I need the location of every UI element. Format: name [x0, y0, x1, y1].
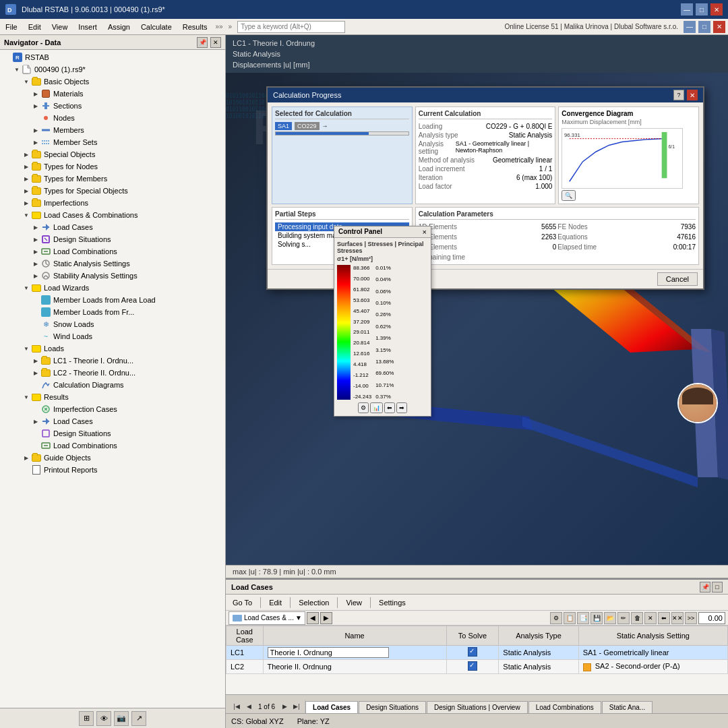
tree-item-load-combinations[interactable]: ▶ Load Combinations: [0, 245, 225, 257]
menu-assign[interactable]: Assign: [102, 22, 135, 32]
cp-btn4[interactable]: ➡: [396, 402, 407, 413]
tree-item-member-loads-fr[interactable]: Member Loads from Fr...: [0, 306, 225, 318]
minimize-button[interactable]: —: [681, 3, 693, 16]
tab-load-cases[interactable]: Load Cases: [305, 701, 358, 713]
close-button[interactable]: ✕: [710, 3, 723, 16]
tree-item-load-cases-combo[interactable]: ▼ Load Cases & Combinations: [0, 209, 225, 221]
win-close-button[interactable]: ✕: [713, 21, 725, 33]
toolbar-selection[interactable]: Selection: [295, 598, 333, 607]
tree-item-lc2[interactable]: ▶ LC2 - Theorie II. Ordnu...: [0, 367, 225, 379]
bottom-panel-pin[interactable]: 📌: [700, 582, 710, 593]
toolbar-icon-5[interactable]: 📂: [604, 612, 616, 624]
page-next-btn[interactable]: ▶: [279, 701, 290, 712]
tree-item-static-analysis-settings[interactable]: ▶ Static Analysis Settings: [0, 257, 225, 270]
tree-item-load-cases-child[interactable]: ▶ Load Cases: [0, 221, 225, 233]
tree-item-guide-objects[interactable]: ▶ Guide Objects: [0, 452, 225, 464]
toolbar-input-value[interactable]: [698, 612, 725, 624]
bottom-panel-max[interactable]: □: [712, 582, 723, 593]
tree-item-stability-settings[interactable]: ▶ Stability Analysis Settings: [0, 270, 225, 282]
calc-dialog-help[interactable]: ?: [673, 90, 684, 100]
navigator-pin-button[interactable]: 📌: [197, 37, 208, 48]
cp-btn2[interactable]: 📊: [370, 402, 383, 413]
win-min-button[interactable]: —: [684, 21, 696, 33]
nav-camera-button[interactable]: 📷: [114, 711, 129, 726]
toolbar-goto[interactable]: Go To: [229, 598, 256, 607]
navigator-close-button[interactable]: ✕: [210, 37, 221, 48]
tree-item-results-design-situations[interactable]: Design Situations: [0, 427, 225, 439]
toolbar-settings[interactable]: Settings: [375, 598, 410, 607]
menu-file[interactable]: File: [0, 22, 23, 32]
tree-item-printout-reports[interactable]: Printout Reports: [0, 464, 225, 476]
tree-item-member-sets[interactable]: ▶ Member Sets: [0, 136, 225, 148]
calc-dialog-close[interactable]: ✕: [687, 90, 698, 100]
tree-item-lc1[interactable]: ▶ LC1 - Theorie I. Ordnu...: [0, 355, 225, 367]
checkbox-lc2[interactable]: [468, 661, 477, 671]
win-max-button[interactable]: □: [698, 21, 710, 33]
tab-load-combinations[interactable]: Load Combinations: [528, 701, 601, 713]
tree-item-calc-diagrams[interactable]: Calculation Diagrams: [0, 379, 225, 391]
table-row[interactable]: LC1 Static Analysis SA1 - Geometrically …: [226, 646, 728, 660]
menu-view[interactable]: View: [47, 22, 73, 32]
tree-item-wind-loads[interactable]: ~ Wind Loads: [0, 330, 225, 342]
tree-item-materials[interactable]: ▶ Materials: [0, 88, 225, 100]
toolbar-icon-4[interactable]: 💾: [590, 612, 603, 624]
nav-arrow-button[interactable]: ↗: [131, 711, 146, 726]
cell-solve2[interactable]: [446, 660, 499, 674]
toolbar-view[interactable]: View: [342, 598, 366, 607]
tree-item-types-nodes[interactable]: ▶ Types for Nodes: [0, 160, 225, 173]
nav-grid-button[interactable]: ⊞: [79, 711, 94, 726]
name-input-1[interactable]: [268, 647, 389, 658]
viewport[interactable]: 0101100101100100101101001010101010101101…: [226, 73, 728, 565]
checkbox-lc1[interactable]: [468, 647, 477, 657]
cell-solve1[interactable]: [446, 646, 499, 660]
toolbar-icon-3[interactable]: 📑: [577, 612, 589, 624]
toolbar-icon-2[interactable]: 📋: [564, 612, 576, 624]
tree-item-results[interactable]: ▼ Results: [0, 391, 225, 403]
toolbar-icon-9[interactable]: ⬅: [658, 612, 670, 624]
page-prev-btn[interactable]: ◀: [243, 701, 254, 712]
toolbar-icon-8[interactable]: ✕: [644, 612, 657, 624]
cp-btn3[interactable]: ⬅: [384, 402, 395, 413]
nav-forward-btn[interactable]: ▶: [320, 612, 332, 624]
tree-item-results-load-combinations[interactable]: Load Combinations: [0, 439, 225, 452]
tree-item-rstab[interactable]: R RSTAB: [0, 51, 225, 63]
cancel-button[interactable]: Cancel: [657, 272, 698, 286]
tree-item-design-situations[interactable]: ▶ Design Situations: [0, 233, 225, 245]
tree-item-basic-objects[interactable]: ▼ Basic Objects: [0, 75, 225, 88]
convergence-zoom-btn[interactable]: 🔍: [562, 190, 576, 201]
menu-calculate[interactable]: Calculate: [135, 22, 177, 32]
tree-item-imperfection-cases[interactable]: Imperfection Cases: [0, 403, 225, 415]
tab-static-analysis[interactable]: Static Ana...: [602, 701, 653, 713]
tab-design-situations-overview[interactable]: Design Situations | Overview: [427, 701, 528, 713]
toolbar-edit[interactable]: Edit: [265, 598, 286, 607]
tree-item-results-load-cases[interactable]: ▶ Load Cases: [0, 415, 225, 427]
tree-item-sections[interactable]: ▶ Sections: [0, 100, 225, 112]
tree-item-types-special[interactable]: ▶ Types for Special Objects: [0, 185, 225, 197]
nav-eye-button[interactable]: 👁: [96, 711, 111, 726]
tree-item-imperfections[interactable]: ▶ Imperfections: [0, 197, 225, 209]
maximize-button[interactable]: □: [696, 3, 708, 16]
toolbar-icon-7[interactable]: 🗑: [631, 612, 643, 624]
tree-item-loads[interactable]: ▼ Loads: [0, 342, 225, 355]
menu-edit[interactable]: Edit: [23, 22, 47, 32]
cp-close[interactable]: ×: [423, 228, 427, 236]
tree-item-snow-loads[interactable]: ❄ Snow Loads: [0, 318, 225, 330]
tree-item-members[interactable]: ▶ Members: [0, 124, 225, 136]
page-last-btn[interactable]: ▶|: [291, 701, 302, 712]
tree-item-area-load[interactable]: Member Loads from Area Load: [0, 294, 225, 306]
search-input[interactable]: [237, 21, 345, 33]
tree-item-types-members[interactable]: ▶ Types for Members: [0, 173, 225, 185]
menu-insert[interactable]: Insert: [73, 22, 102, 32]
toolbar-icon-6[interactable]: ✏: [617, 612, 630, 624]
tab-design-situations[interactable]: Design Situations: [359, 701, 426, 713]
tree-item-nodes[interactable]: Nodes: [0, 112, 225, 124]
tree-item-file[interactable]: ▼ 000490 (1).rs9*: [0, 63, 225, 75]
table-row[interactable]: LC2 Theorie II. Ordnung Static Analysis …: [226, 660, 728, 674]
toolbar-icon-11[interactable]: >>: [685, 612, 697, 624]
menu-results[interactable]: Results: [177, 22, 213, 32]
tree-item-special-objects[interactable]: ▶ Special Objects: [0, 148, 225, 160]
tree-item-load-wizards[interactable]: ▼ Load Wizards: [0, 282, 225, 294]
nav-back-btn[interactable]: ◀: [307, 612, 319, 624]
toolbar-icon-10[interactable]: ✕✕: [671, 612, 684, 624]
toolbar-icon-1[interactable]: ⚙: [550, 612, 562, 624]
